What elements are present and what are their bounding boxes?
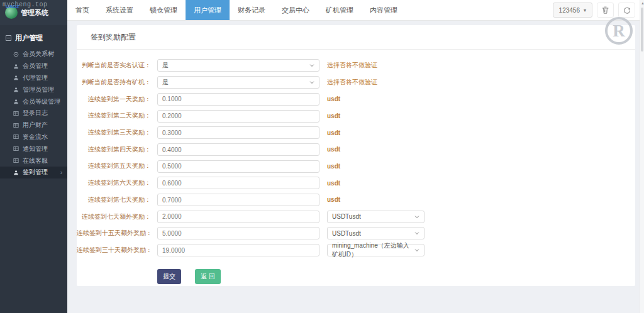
sidebar-item-label: 会员等级管理 <box>23 97 60 106</box>
nav-tab[interactable]: 财务记录 <box>230 0 274 20</box>
sidebar-item[interactable]: 用户财产 <box>0 119 67 131</box>
page-title: 签到奖励配置 <box>77 25 635 50</box>
sidebar-item-label: 签到管理 <box>23 168 48 177</box>
helper-text: 选择否将不做验证 <box>327 61 377 70</box>
sidebar-item-label: 管理员管理 <box>23 85 54 94</box>
trash-button[interactable] <box>597 3 614 18</box>
account-dropdown[interactable]: 123456 ▾ <box>553 3 592 18</box>
form-row: 连续签到第四天奖励： usdt <box>77 141 635 158</box>
selected-option: mining_machine（左边输入矿机ID） <box>332 241 414 259</box>
chevron-down-icon: ▾ <box>584 8 586 13</box>
nav-tab[interactable]: 锁仓管理 <box>142 0 186 20</box>
submit-button[interactable]: 提交 <box>157 269 181 284</box>
sidebar-item[interactable]: 会员等级管理 <box>0 96 67 107</box>
form-row: 连续签到第三天奖励： usdt <box>77 124 635 141</box>
reward-input[interactable] <box>157 177 319 189</box>
sidebar-item-label: 在线客服 <box>23 156 48 165</box>
field-label: 连续签到第二天奖励： <box>77 111 151 120</box>
sidebar-item[interactable]: 在线客服 <box>0 155 67 167</box>
unit-label: usdt <box>327 180 340 187</box>
field-label: 连续签到第一天奖励： <box>77 95 151 104</box>
nav-tab[interactable]: 内容管理 <box>362 0 406 20</box>
field-label: 连续签到第三天奖励： <box>77 128 151 137</box>
unit-label: usdt <box>327 196 340 203</box>
form-row: 连续签到第二天奖励： usdt <box>77 107 635 124</box>
topbar-controls: 123456 ▾ <box>553 3 635 18</box>
app-title: 管理系统 <box>21 8 48 18</box>
sidebar-item-label: 登录日志 <box>23 109 48 118</box>
nav-tab[interactable]: 用户管理 <box>186 0 230 20</box>
reward-input[interactable] <box>157 194 319 206</box>
field-label: 连续签到第六天奖励： <box>77 178 151 187</box>
sidebar-section-label: 用户管理 <box>15 33 43 43</box>
reward-input[interactable] <box>157 93 319 106</box>
sidebar-item-label: 代理管理 <box>23 74 48 82</box>
sidebar-item-label: 会员管理 <box>23 62 48 70</box>
field-label: 连续签到七天额外奖励： <box>77 212 151 221</box>
reward-input[interactable] <box>157 244 319 256</box>
unit-label: usdt <box>327 129 340 136</box>
sidebar-item[interactable]: 会员关系树 <box>0 48 67 60</box>
nav-tab[interactable]: 首页 <box>67 0 97 20</box>
sidebar-item[interactable]: 代理管理 <box>0 72 67 84</box>
nav-tab[interactable]: 交易中心 <box>274 0 318 20</box>
nav-tab[interactable]: 系统设置 <box>97 0 142 20</box>
user-icon <box>13 63 19 69</box>
reward-input[interactable] <box>157 143 319 156</box>
sidebar-item-label: 资金流水 <box>23 133 48 141</box>
dropdown-select[interactable]: USDTusdt <box>327 227 425 239</box>
unit-label: usdt <box>327 163 340 170</box>
user-icon <box>13 87 19 92</box>
grid-icon <box>13 123 19 128</box>
reward-input[interactable] <box>157 126 319 139</box>
account-label: 123456 <box>559 7 580 14</box>
reward-input[interactable] <box>157 211 319 223</box>
refresh-button[interactable] <box>618 3 635 18</box>
globe-logo-icon: USDZ <box>5 6 18 19</box>
sidebar: USDZ 管理系统 用户管理 会员关系树 会员管理 代理管理 管理员管理 会员等… <box>0 0 67 313</box>
field-label: 判断当前是否实名认证： <box>77 61 151 70</box>
grid-icon <box>13 146 19 151</box>
grid-icon <box>13 158 19 163</box>
field-label: 连续签到三十天额外奖励： <box>77 246 151 255</box>
registered-mark-watermark: R <box>605 17 633 45</box>
unit-select-wrap: USDTusdt <box>327 211 425 223</box>
scroll-thumb[interactable] <box>641 8 643 52</box>
sidebar-section-users[interactable]: 用户管理 <box>0 31 67 48</box>
page-scrollbar[interactable]: ▲ <box>640 0 644 313</box>
chevron-down-icon <box>414 231 419 236</box>
sidebar-item[interactable]: 管理员管理 <box>0 84 67 96</box>
form-actions: 提交 返 回 <box>157 269 635 284</box>
sidebar-item[interactable]: 登录日志 <box>0 107 67 119</box>
sidebar-item[interactable]: 会员管理 <box>0 60 67 72</box>
dropdown-select[interactable]: 是 <box>157 59 319 72</box>
user-icon <box>13 75 19 80</box>
dropdown-select[interactable]: mining_machine（左边输入矿机ID） <box>327 244 425 256</box>
dropdown-select[interactable]: USDTusdt <box>327 211 425 223</box>
domain-watermark: mycheng.top <box>3 1 48 8</box>
reward-input[interactable] <box>157 227 319 239</box>
dropdown-select[interactable]: 是 <box>157 76 319 89</box>
form-row: 判断当前是否实名认证： 是 选择否将不做验证 <box>77 57 635 74</box>
sidebar-item[interactable]: 通知管理 <box>0 143 67 155</box>
back-button[interactable]: 返 回 <box>195 269 221 284</box>
sidebar-item-label: 通知管理 <box>23 145 48 153</box>
selected-option: 是 <box>162 78 169 87</box>
form-row: 连续签到第七天奖励： usdt <box>77 192 635 209</box>
reward-input[interactable] <box>157 160 319 173</box>
selected-option: 是 <box>162 61 169 70</box>
form-row: 连续签到七天额外奖励： USDTusdt <box>77 208 635 225</box>
config-card: 签到奖励配置 判断当前是否实名认证： 是 选择否将不做验证 判断当前是否持有矿机… <box>77 25 635 286</box>
chevron-down-icon <box>309 80 314 85</box>
form-row: 连续签到十五天额外奖励： USDTusdt <box>77 225 635 242</box>
nav-tab[interactable]: 矿机管理 <box>318 0 362 20</box>
chevron-down-icon <box>414 248 419 253</box>
form-row: 判断当前是否持有矿机： 是 选择否将不做验证 <box>77 74 635 91</box>
sidebar-item[interactable]: 资金流水 <box>0 131 67 143</box>
selected-option: USDTusdt <box>332 230 361 237</box>
reward-input[interactable] <box>157 110 319 123</box>
scroll-up-icon[interactable]: ▲ <box>641 1 644 5</box>
unit-label: usdt <box>327 96 340 102</box>
chevron-right-icon: › <box>60 169 62 176</box>
sidebar-item[interactable]: 签到管理 › <box>0 167 67 178</box>
